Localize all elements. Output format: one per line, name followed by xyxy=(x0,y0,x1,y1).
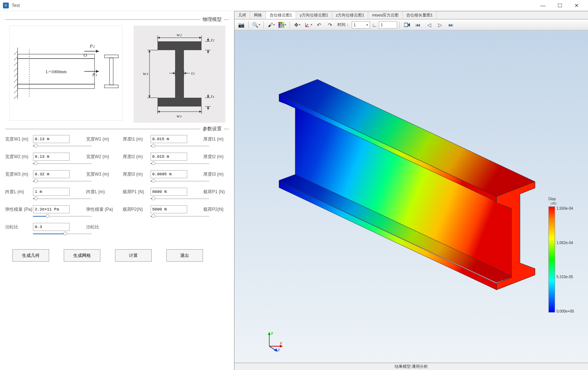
axes-icon[interactable]: ▾ xyxy=(303,20,313,29)
param-unit: 宽度W2 (m) xyxy=(86,154,112,160)
play-icon[interactable]: ▷ xyxy=(435,20,445,29)
svg-line-6 xyxy=(14,79,18,82)
param-input[interactable] xyxy=(33,188,70,196)
angle-icon[interactable]: ∟ xyxy=(371,20,378,29)
param-unit: 弹性模量 (Pa) xyxy=(86,206,112,213)
param-input[interactable] xyxy=(33,223,70,231)
param-row: 厚度t1 (m)厚度t1 (m) xyxy=(123,135,229,143)
prev-icon[interactable]: ◁ xyxy=(424,20,434,29)
frame-spinner[interactable]: 1 xyxy=(379,21,397,29)
svg-marker-26 xyxy=(158,37,160,39)
legend-colorbar xyxy=(548,206,555,313)
legend-tick: 5.310e-05 xyxy=(556,275,574,279)
window-title: Test xyxy=(12,3,535,8)
legend-tick: 0.000e+00 xyxy=(556,309,574,313)
legend-tick: 1.593e-04 xyxy=(556,206,574,210)
rubik-icon[interactable]: ▾ xyxy=(277,20,287,29)
svg-marker-32 xyxy=(158,111,160,113)
svg-rect-71 xyxy=(280,26,282,28)
legend-title-2: （m） xyxy=(548,201,559,205)
result-tabs: 几何网格合位移云图1y方向位移云图1z方向位移云图1mises应力云图合位移矢量… xyxy=(234,11,588,19)
param-input[interactable] xyxy=(33,135,70,143)
viewport-3d[interactable]: y x z Disp （m） 1.593e-041.062e-045.31 xyxy=(234,30,588,363)
param-row: 宽度W2 (m)宽度W2 (m) xyxy=(5,153,112,161)
rotate-cw-icon[interactable]: ↷ xyxy=(325,20,335,29)
compute-button[interactable]: 计算 xyxy=(115,249,152,262)
result-tab[interactable]: 几何 xyxy=(234,11,250,19)
time-combo[interactable]: 1 xyxy=(352,21,370,29)
time-label: 时间： xyxy=(336,22,351,27)
result-tab[interactable]: y方向位移云图1 xyxy=(296,11,332,19)
param-unit: 载荷P2(N) xyxy=(203,206,229,213)
param-label: 宽度W1 (m) xyxy=(5,136,31,142)
svg-marker-55 xyxy=(207,106,209,109)
brush-icon[interactable]: 🖌▾ xyxy=(266,20,276,29)
svg-marker-60 xyxy=(173,72,175,74)
svg-rect-65 xyxy=(280,22,282,24)
snapshot-icon[interactable]: 📷 xyxy=(236,20,246,29)
param-row: 弹性模量 (Pa)弹性模量 (Pa) xyxy=(5,205,112,213)
param-slider[interactable] xyxy=(151,180,209,182)
zoom-icon[interactable]: 🔍▾ xyxy=(251,20,261,29)
param-input[interactable] xyxy=(151,188,187,196)
param-input[interactable] xyxy=(33,170,70,178)
record-icon[interactable] xyxy=(402,20,412,29)
right-panel: 几何网格合位移云图1y方向位移云图1z方向位移云图1mises应力云图合位移矢量… xyxy=(234,11,588,370)
param-slider[interactable] xyxy=(151,216,209,217)
svg-marker-53 xyxy=(207,96,209,98)
param-slider[interactable] xyxy=(33,163,92,164)
param-input[interactable] xyxy=(151,153,187,161)
minimize-button[interactable]: — xyxy=(535,0,551,11)
param-label: 载荷P1 (N) xyxy=(123,189,148,195)
gen-mesh-button[interactable]: 生成网格 xyxy=(64,249,100,262)
move-icon[interactable]: ✥▾ xyxy=(292,20,302,29)
param-input[interactable] xyxy=(151,135,187,143)
svg-rect-76 xyxy=(404,23,408,27)
result-tab[interactable]: mises应力云图 xyxy=(368,11,403,19)
param-label: 弹性模量 (Pa) xyxy=(5,206,31,213)
svg-marker-95 xyxy=(274,348,278,352)
svg-marker-46 xyxy=(207,39,209,41)
svg-text:w₁: w₁ xyxy=(177,113,182,119)
close-button[interactable]: ✕ xyxy=(568,0,585,11)
param-slider[interactable] xyxy=(151,198,209,199)
param-input[interactable] xyxy=(151,205,187,213)
result-tab[interactable]: z方向位移云图1 xyxy=(332,11,369,19)
first-icon[interactable]: ⏮ xyxy=(413,20,423,29)
param-slider[interactable] xyxy=(33,180,92,182)
param-input[interactable] xyxy=(33,153,70,161)
svg-rect-72 xyxy=(282,26,284,28)
param-label: 宽度W2 (m) xyxy=(5,154,31,160)
param-input[interactable] xyxy=(151,170,187,178)
param-row: 厚度t3 (m)厚度t3 (m) xyxy=(123,170,229,178)
param-slider[interactable] xyxy=(33,216,92,217)
maximize-button[interactable]: ☐ xyxy=(551,0,568,11)
param-label: 跨度L (m) xyxy=(5,189,31,195)
svg-rect-23 xyxy=(110,58,113,85)
svg-rect-64 xyxy=(278,22,280,24)
param-row: 宽度W3 (m)宽度W3 (m) xyxy=(5,170,112,178)
param-slider[interactable] xyxy=(33,198,92,199)
svg-marker-15 xyxy=(96,50,99,53)
gen-geometry-button[interactable]: 生成几何 xyxy=(12,249,49,262)
svg-text:P₂: P₂ xyxy=(89,43,95,49)
exit-button[interactable]: 退出 xyxy=(166,249,203,262)
svg-text:O: O xyxy=(84,52,87,58)
param-unit: 载荷P1 (N) xyxy=(203,189,229,195)
param-slider[interactable] xyxy=(33,233,92,235)
rotate-ccw-icon[interactable]: ↶ xyxy=(314,20,324,29)
param-slider[interactable] xyxy=(151,163,209,164)
svg-text:L=1000mm: L=1000mm xyxy=(46,69,67,74)
result-tab[interactable]: 合位移矢量图1 xyxy=(403,11,437,19)
result-tab[interactable]: 合位移云图1 xyxy=(266,11,296,19)
param-row: 宽度W1 (m)宽度W1 (m) xyxy=(5,135,112,143)
param-label: 厚度t1 (m) xyxy=(123,136,148,142)
result-tab[interactable]: 网格 xyxy=(250,11,266,19)
app-icon: ≡ xyxy=(3,3,9,8)
last-icon[interactable]: ⏭ xyxy=(446,20,456,29)
param-slider[interactable] xyxy=(151,145,209,147)
param-slider[interactable] xyxy=(33,145,92,147)
svg-marker-89 xyxy=(268,332,271,335)
param-input[interactable] xyxy=(33,205,70,213)
svg-line-7 xyxy=(14,84,18,88)
